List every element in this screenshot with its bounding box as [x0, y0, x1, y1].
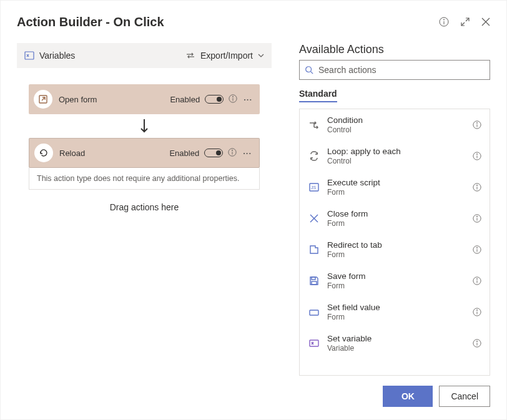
svg-point-2 [443, 19, 444, 20]
cancel-button[interactable]: Cancel [439, 386, 490, 407]
action-row[interactable]: Redirect to tabForm [300, 234, 490, 265]
open-form-icon [34, 90, 52, 109]
loop-icon [308, 150, 320, 162]
action-category: Form [327, 219, 465, 228]
drop-hint: Drag actions here [110, 202, 179, 212]
more-icon[interactable]: ··· [242, 149, 253, 158]
action-category: Form [327, 188, 465, 197]
variables-button[interactable]: Variables [24, 51, 75, 61]
action-category: Form [327, 250, 465, 259]
svg-point-21 [306, 67, 312, 72]
info-icon[interactable] [472, 120, 482, 130]
close-icon[interactable] [481, 17, 490, 26]
condition-icon [308, 119, 320, 130]
action-row[interactable]: Close formForm [300, 203, 490, 234]
action-name: Execute script [327, 178, 465, 188]
info-icon[interactable] [472, 151, 482, 161]
svg-point-31 [476, 154, 477, 154]
svg-rect-55 [310, 340, 318, 346]
action-name: Close form [327, 209, 465, 219]
flow-item-reload[interactable]: Reload Enabled ··· [29, 138, 260, 168]
close-icon [308, 213, 320, 224]
builder-canvas-pane: Variables Export/Import [17, 43, 272, 376]
builder-toolbar: Variables Export/Import [17, 43, 272, 68]
action-category: Variable [327, 344, 465, 353]
expand-icon[interactable] [460, 17, 470, 27]
svg-point-16 [233, 96, 234, 97]
action-row[interactable]: Save formForm [300, 265, 490, 296]
svg-point-28 [476, 122, 477, 123]
tab-icon [308, 244, 320, 255]
search-box[interactable] [299, 60, 490, 80]
reload-icon [34, 144, 53, 162]
export-import-button[interactable]: Export/Import [185, 51, 264, 61]
svg-line-13 [42, 97, 45, 100]
svg-point-36 [476, 185, 477, 185]
action-row[interactable]: ConditionControl [300, 109, 490, 140]
info-icon[interactable] [472, 276, 482, 286]
action-builder-modal: Action Builder - On Click [0, 0, 507, 420]
action-row[interactable]: JSExecute scriptForm [300, 172, 490, 203]
action-row[interactable]: Loop: apply to eachControl [300, 140, 490, 172]
action-category: Control [327, 125, 465, 134]
svg-point-49 [476, 278, 477, 279]
svg-text:JS: JS [311, 185, 317, 190]
svg-rect-7 [25, 52, 34, 59]
action-name: Redirect to tab [327, 240, 465, 250]
enabled-toggle[interactable] [205, 95, 224, 104]
flow-item-open-form[interactable]: Open form Enabled ··· [29, 84, 260, 114]
info-icon[interactable] [472, 307, 482, 317]
tab-standard[interactable]: Standard [299, 89, 337, 102]
svg-rect-50 [310, 310, 318, 315]
action-name: Condition [327, 115, 465, 125]
info-icon[interactable] [472, 338, 482, 348]
action-name: Set variable [327, 334, 465, 344]
available-actions-pane: Available Actions Standard ConditionCont… [299, 43, 490, 376]
svg-line-3 [466, 18, 469, 21]
ok-button[interactable]: OK [383, 386, 433, 407]
save-icon [308, 275, 320, 286]
svg-point-41 [476, 216, 477, 217]
flow-item-status: Enabled [170, 95, 200, 104]
modal-footer: OK Cancel [17, 376, 490, 407]
modal-header: Action Builder - On Click [17, 1, 490, 43]
svg-point-20 [232, 150, 233, 150]
modal-title: Action Builder - On Click [17, 15, 164, 29]
available-actions-title: Available Actions [299, 43, 490, 56]
info-icon[interactable] [229, 94, 237, 105]
svg-rect-46 [312, 281, 317, 285]
chevron-down-icon [258, 54, 264, 57]
flow-arrow-icon [139, 118, 149, 134]
script-icon: JS [308, 182, 320, 193]
actions-list-container: ConditionControlLoop: apply to eachContr… [299, 109, 490, 376]
enabled-toggle[interactable] [204, 149, 223, 157]
info-icon[interactable] [439, 17, 449, 27]
action-name: Save form [327, 271, 465, 281]
svg-marker-51 [315, 308, 318, 311]
info-icon[interactable] [472, 182, 482, 192]
flow-area[interactable]: Open form Enabled ··· [17, 68, 272, 212]
svg-point-60 [476, 341, 477, 341]
action-category: Control [327, 157, 465, 165]
flow-item-status: Enabled [169, 149, 199, 158]
more-icon[interactable]: ··· [242, 95, 254, 104]
actions-list[interactable]: ConditionControlLoop: apply to eachContr… [300, 109, 490, 375]
search-input[interactable] [317, 64, 485, 76]
export-import-label: Export/Import [200, 51, 253, 61]
variables-label: Variables [39, 51, 75, 61]
action-name: Set field value [327, 303, 465, 313]
flow-item-title: Open form [59, 95, 164, 104]
svg-line-22 [311, 72, 313, 74]
action-row[interactable]: Set variableVariable [300, 328, 490, 359]
info-icon[interactable] [472, 213, 482, 223]
action-row[interactable]: Set field valueForm [300, 296, 490, 328]
flow-item-detail: This action type does not require any ad… [29, 168, 260, 190]
svg-point-44 [476, 247, 477, 248]
svg-line-4 [461, 22, 465, 26]
search-icon [305, 66, 313, 74]
info-icon[interactable] [228, 148, 237, 159]
info-icon[interactable] [472, 245, 482, 255]
flow-item-title: Reload [59, 149, 163, 158]
action-category: Form [327, 281, 465, 290]
svg-rect-45 [312, 277, 315, 280]
